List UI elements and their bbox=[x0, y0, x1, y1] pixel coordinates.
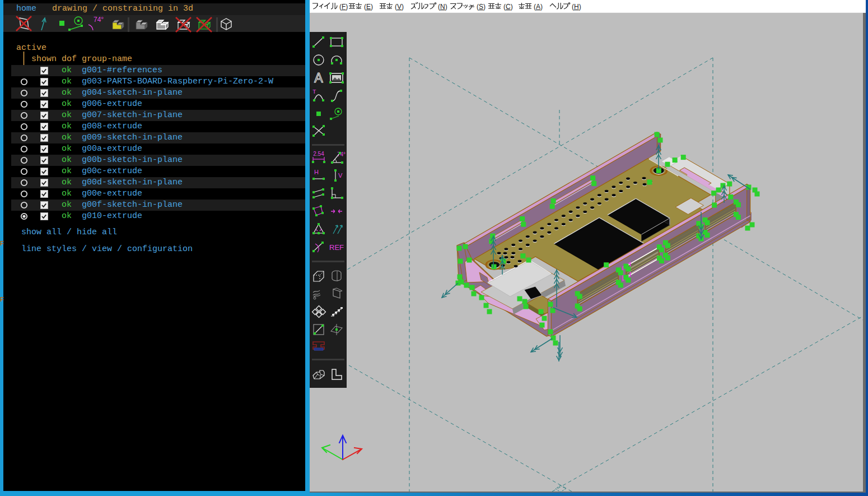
svg-text:(S): (S) bbox=[477, 3, 486, 11]
svg-text:(A): (A) bbox=[534, 3, 543, 11]
svg-text:2.54: 2.54 bbox=[313, 151, 324, 157]
svg-text:A: A bbox=[314, 71, 323, 85]
svg-text:(C): (C) bbox=[503, 3, 513, 11]
svg-text:T: T bbox=[312, 89, 316, 95]
svg-text:REF: REF bbox=[329, 243, 344, 252]
svg-text:(V): (V) bbox=[395, 3, 404, 11]
svg-text:(E): (E) bbox=[364, 3, 373, 11]
svg-text:(H): (H) bbox=[572, 3, 581, 11]
svg-text:(N): (N) bbox=[438, 3, 447, 11]
svg-text:H: H bbox=[314, 169, 319, 175]
svg-text:V: V bbox=[338, 172, 343, 179]
svg-text:(F): (F) bbox=[339, 3, 348, 11]
